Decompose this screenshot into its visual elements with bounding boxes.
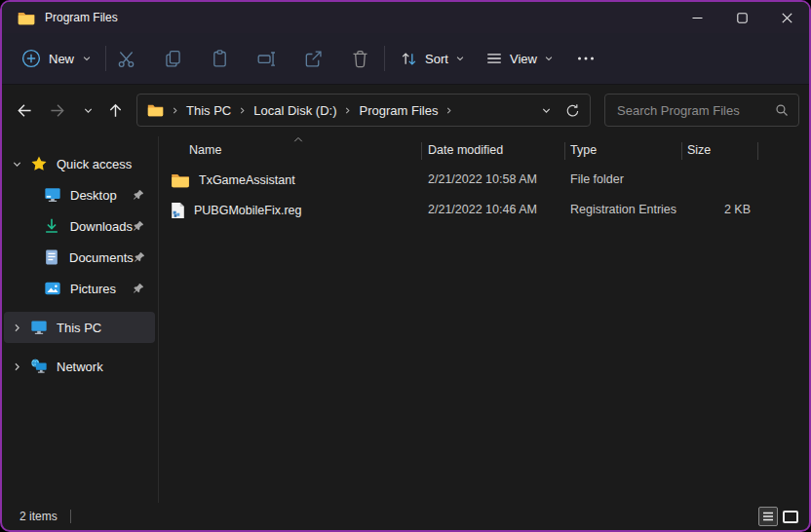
star-icon (29, 155, 48, 173)
search-input[interactable] (615, 102, 769, 119)
forward-button[interactable] (42, 94, 73, 127)
registry-file-icon (171, 202, 185, 219)
column-divider[interactable] (564, 142, 565, 160)
file-row-pubgmobilefix-reg[interactable]: PUBGMobileFix.reg 2/21/2022 10:46 AM Reg… (159, 195, 809, 225)
column-headers: Name Date modified Type Size (159, 136, 809, 165)
status-bar: 2 items (2, 503, 809, 530)
toolbar-separator (384, 46, 385, 71)
address-dropdown-chevron[interactable] (541, 105, 552, 116)
pin-icon (133, 283, 144, 294)
sidebar-item-label: Downloads (70, 219, 133, 234)
pin-icon (133, 220, 144, 232)
view-toggles (758, 507, 800, 526)
paste-button[interactable] (208, 47, 231, 70)
chevron-down-icon (82, 54, 92, 63)
sidebar-item-label: Desktop (70, 188, 117, 203)
sidebar-item-label: Pictures (70, 282, 116, 296)
downloads-icon (43, 217, 61, 236)
file-size: 2 KB (681, 195, 751, 225)
search-box (604, 94, 799, 127)
up-button[interactable] (100, 94, 130, 127)
view-button[interactable]: View (478, 41, 561, 76)
cut-button[interactable] (114, 47, 137, 70)
folder-icon (171, 172, 190, 188)
window-title: Program Files (45, 11, 118, 24)
breadcrumb-separator-icon[interactable] (343, 106, 352, 115)
recent-locations-chevron[interactable] (75, 94, 100, 127)
sidebar-item-quick-access[interactable]: Quick access (4, 148, 155, 179)
sidebar-item-documents[interactable]: Documents (4, 242, 155, 273)
navigation-pane: Quick access Desktop Downloads Docume (2, 136, 158, 503)
new-button[interactable]: New (14, 41, 99, 76)
copy-button[interactable] (161, 47, 184, 70)
chevron-right-icon[interactable] (12, 361, 29, 372)
pictures-icon (43, 280, 61, 298)
view-button-label: View (510, 52, 537, 66)
view-lines-icon (485, 50, 503, 67)
file-row-txgameassistant[interactable]: TxGameAssistant 2/21/2022 10:58 AM File … (159, 165, 809, 195)
sidebar-item-label: This PC (57, 321, 101, 335)
sidebar-item-desktop[interactable]: Desktop (4, 179, 155, 210)
file-name: TxGameAssistant (199, 173, 295, 187)
breadcrumb-item-local-disk-d[interactable]: Local Disk (D:) (253, 103, 336, 118)
chevron-down-icon (455, 54, 465, 63)
file-list: Name Date modified Type Size TxGameAssis… (159, 136, 809, 503)
breadcrumb-separator-icon[interactable] (238, 106, 247, 115)
sort-ascending-icon (293, 136, 303, 143)
column-divider[interactable] (421, 142, 422, 160)
minimize-button[interactable] (675, 2, 719, 33)
sidebar-item-pictures[interactable]: Pictures (4, 273, 155, 304)
sidebar-item-this-pc[interactable]: This PC (4, 312, 155, 343)
documents-icon (43, 248, 60, 267)
file-type: Registration Entries (570, 195, 676, 225)
file-name: PUBGMobileFix.reg (194, 204, 301, 217)
address-bar[interactable]: This PC Local Disk (D:) Program Files (136, 94, 591, 127)
share-button[interactable] (301, 47, 325, 70)
details-view-button[interactable] (758, 507, 778, 526)
sidebar-item-label: Documents (69, 250, 134, 265)
column-header-name[interactable]: Name (189, 136, 221, 165)
rename-button[interactable] (254, 47, 278, 70)
sort-button-label: Sort (425, 52, 448, 66)
file-type: File folder (570, 165, 624, 195)
column-header-date-modified[interactable]: Date modified (428, 136, 503, 165)
folder-icon (18, 11, 35, 25)
large-icons-view-button[interactable] (781, 507, 800, 526)
close-button[interactable] (764, 2, 809, 33)
column-divider[interactable] (757, 142, 758, 160)
chevron-down-icon (544, 54, 554, 63)
file-date-modified: 2/21/2022 10:58 AM (428, 165, 537, 195)
plus-circle-icon (21, 49, 41, 68)
title-bar: Program Files (2, 2, 809, 33)
chevron-right-icon[interactable] (12, 323, 29, 333)
search-icon[interactable] (775, 103, 789, 117)
pin-icon (133, 189, 144, 201)
more-options-button[interactable] (567, 41, 604, 76)
maximize-button[interactable] (719, 2, 764, 33)
folder-icon (147, 103, 164, 117)
refresh-icon[interactable] (565, 103, 580, 118)
sidebar-spacer (2, 343, 158, 351)
column-header-type[interactable]: Type (570, 136, 597, 165)
item-count: 2 items (19, 510, 58, 523)
breadcrumb-item-program-files[interactable]: Program Files (359, 103, 438, 118)
column-divider[interactable] (681, 142, 682, 160)
window-controls (675, 2, 809, 33)
column-header-size[interactable]: Size (687, 136, 711, 165)
sidebar-item-downloads[interactable]: Downloads (4, 210, 155, 242)
file-date-modified: 2/21/2022 10:46 AM (428, 195, 537, 225)
chevron-down-icon[interactable] (12, 159, 29, 170)
network-icon (29, 358, 48, 376)
sidebar-item-label: Quick access (57, 157, 132, 171)
sidebar-item-network[interactable]: Network (4, 351, 155, 382)
breadcrumb-item-this-pc[interactable]: This PC (186, 103, 231, 118)
desktop-icon (43, 186, 61, 205)
sort-button[interactable]: Sort (392, 41, 473, 76)
sidebar-item-label: Network (57, 360, 103, 374)
sidebar-spacer (2, 304, 158, 312)
breadcrumb-separator-icon[interactable] (444, 106, 453, 115)
pin-icon (134, 251, 145, 263)
delete-button[interactable] (348, 47, 371, 70)
back-button[interactable] (8, 94, 39, 127)
breadcrumb-separator-icon[interactable] (171, 106, 179, 115)
